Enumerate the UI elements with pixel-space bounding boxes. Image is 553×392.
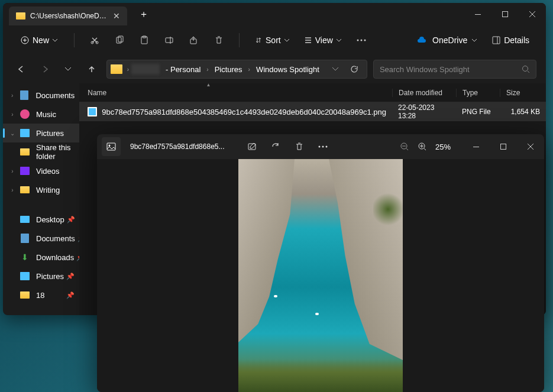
new-button[interactable]: New [14,32,64,48]
sidebar-item-pictures-pinned[interactable]: Pictures📌 [3,267,79,286]
new-label: New [33,35,49,45]
delete-button[interactable] [208,30,229,51]
chevron-down-icon [53,39,57,42]
svg-point-13 [364,40,366,41]
view-dropdown[interactable]: View [299,32,347,48]
sidebar-item-label: Writing [36,186,60,195]
edit-button[interactable] [242,137,261,156]
svg-rect-1 [503,12,508,17]
back-button[interactable] [12,60,30,79]
new-tab-button[interactable]: ＋ [139,8,148,21]
more-button[interactable] [351,30,372,51]
svg-point-15 [522,66,528,72]
pin-icon: 📌 [66,273,75,280]
sidebar-item-writing[interactable]: ›Writing [3,180,79,199]
svg-rect-14 [493,37,500,44]
zoom-in-button[interactable] [418,142,427,151]
sort-icon [255,37,262,44]
sidebar-item-label: Videos [36,167,60,176]
column-name[interactable]: Name [79,89,392,97]
sidebar-item-videos[interactable]: ›Videos [3,161,79,180]
folder-icon [20,186,30,193]
maximize-button[interactable] [490,135,517,158]
zoom-level: 25% [435,142,451,151]
pictures-icon [20,129,30,137]
refresh-button[interactable] [345,65,363,73]
forward-button[interactable] [36,60,54,79]
tab-title: C:\Users\shash\OneDrive\Pictu [30,12,108,20]
sidebar-item-pictures[interactable]: ⌄Pictures [3,124,79,142]
column-header: ▲ Name Date modified Type Size [79,83,546,102]
recent-locations-button[interactable] [59,60,77,79]
rotate-button[interactable] [266,137,285,156]
sidebar-item-label: Documents [36,234,75,243]
desktop-icon [20,216,30,223]
cut-button[interactable] [84,30,105,51]
column-size[interactable]: Size [500,89,546,97]
svg-point-11 [357,40,358,41]
file-name: 9bc78ed7575a981dfd868e504385469c1c4493de… [102,108,392,116]
png-file-icon [88,107,97,116]
download-icon: ⬇ [20,252,30,263]
maximize-button[interactable] [491,3,519,25]
sidebar-item-desktop[interactable]: Desktop📌 [3,210,79,229]
paste-button[interactable] [134,30,155,51]
svg-rect-0 [475,14,481,15]
svg-rect-9 [166,38,173,43]
breadcrumb-segment[interactable]: Windows Spotlight [253,63,323,76]
delete-button[interactable] [290,137,309,156]
column-type[interactable]: Type [456,89,500,97]
file-size: 1,654 KB [500,108,546,116]
copy-button[interactable] [109,30,130,51]
sidebar-item-documents-pinned[interactable]: Documents📌 [3,229,79,248]
sidebar-item-documents[interactable]: ›Documents [3,86,79,105]
svg-rect-16 [107,143,115,150]
file-type: PNG File [456,108,500,116]
search-input[interactable] [380,65,522,74]
sidebar-item-music[interactable]: ›Music [3,105,79,124]
pictures-icon [20,272,30,280]
share-button[interactable] [183,30,205,51]
chevron-right-icon: › [248,66,250,73]
details-button[interactable]: Details [486,32,535,48]
view-icon [305,37,312,44]
sidebar-item-downloads[interactable]: ⬇Downloads📌 [3,248,79,267]
onedrive-button[interactable]: OneDrive [411,32,483,48]
sidebar-item-18[interactable]: 18📌 [3,286,79,304]
photos-app-icon[interactable] [102,137,121,156]
sidebar-item-label: Share this folder [36,143,75,161]
tab-close-button[interactable]: ✕ [113,11,120,21]
breadcrumb-segment[interactable]: Pictures [211,63,246,76]
sidebar: ›Documents ›Music ⌄Pictures Share this f… [3,83,79,315]
file-row[interactable]: 9bc78ed7575a981dfd868e504385469c1c4493de… [79,102,546,121]
address-bar[interactable]: › - Personal › Pictures › Windows Spotli… [106,60,367,79]
chevron-down-icon [472,39,477,42]
address-dropdown-button[interactable] [328,67,343,71]
chevron-down-icon: ⌄ [8,130,17,137]
titlebar: C:\Users\shash\OneDrive\Pictu ✕ ＋ [3,3,546,25]
pin-icon: 📌 [66,291,75,299]
svg-point-17 [109,145,111,147]
up-button[interactable] [83,60,101,79]
close-button[interactable] [519,3,546,25]
zoom-out-button[interactable] [400,142,409,151]
sidebar-item-label: Pictures [36,129,64,138]
svg-rect-24 [473,147,479,147]
column-date[interactable]: Date modified [392,89,456,97]
minimize-button[interactable] [464,3,491,25]
breadcrumb-segment[interactable]: - Personal [162,63,204,76]
photo-canvas[interactable] [97,159,544,392]
minimize-button[interactable] [463,135,490,158]
more-button[interactable] [313,137,332,156]
window-tab[interactable]: C:\Users\shash\OneDrive\Pictu ✕ [9,7,127,25]
search-box[interactable] [373,60,536,79]
svg-point-12 [360,40,362,41]
close-button[interactable] [517,135,544,158]
sidebar-item-label: 18 [36,291,44,300]
details-pane-icon [492,36,500,44]
sidebar-item-share-folder[interactable]: Share this folder [3,142,79,161]
chevron-right-icon: › [8,92,17,99]
sort-dropdown[interactable]: Sort [249,32,295,48]
svg-rect-25 [501,144,506,150]
rename-button[interactable] [159,30,180,51]
